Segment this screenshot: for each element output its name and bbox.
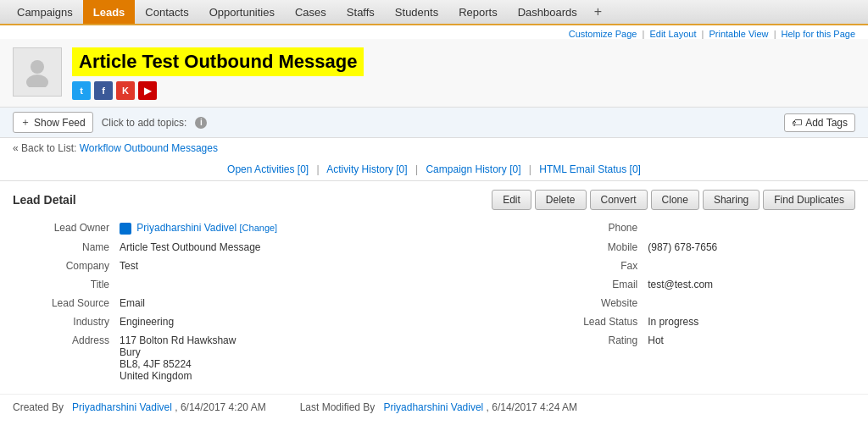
svg-point-1: [26, 75, 48, 87]
html-email-status-link[interactable]: HTML Email Status [0]: [539, 163, 641, 175]
clone-button[interactable]: Clone: [651, 190, 699, 210]
show-feed-label: Show Feed: [34, 117, 86, 129]
modified-by-label: Last Modified By: [300, 401, 376, 413]
address-line3: BL8, 4JF 85224: [120, 358, 561, 370]
address-line2: Bury: [120, 346, 561, 358]
website-label: Website: [566, 294, 643, 312]
nav-leads[interactable]: Leads: [83, 0, 136, 24]
section-header: Lead Detail Edit Delete Convert Clone Sh…: [13, 190, 855, 210]
address-label: Address: [13, 331, 114, 385]
record-title: Article Test Outbound Message: [72, 47, 364, 76]
industry-label: Industry: [13, 312, 114, 331]
nav-students[interactable]: Students: [385, 0, 448, 24]
help-link[interactable]: Help for this Page: [782, 29, 855, 39]
youtube-icon[interactable]: ▶: [138, 81, 157, 100]
phone-label: Phone: [566, 218, 643, 238]
company-label: Company: [13, 257, 114, 275]
edit-layout-link[interactable]: Edit Layout: [649, 29, 696, 39]
address-line4: United Kingdom: [120, 370, 561, 382]
toolbar-row: ＋ Show Feed Click to add topics: i 🏷 Add…: [0, 108, 868, 138]
activities-row: Open Activities [0] | Activity History […: [0, 158, 868, 181]
top-nav: Campaigns Leads Contacts Opportunities C…: [0, 0, 868, 25]
mobile-value: (987) 678-7656: [643, 238, 855, 257]
created-by: Created By Priyadharshini Vadivel , 6/14…: [13, 401, 266, 413]
back-label: « Back to List:: [13, 142, 76, 154]
facebook-icon[interactable]: f: [94, 81, 113, 100]
printable-view-link[interactable]: Printable View: [709, 29, 768, 39]
website-value: [643, 294, 855, 312]
lead-detail-section: Lead Detail Edit Delete Convert Clone Sh…: [0, 181, 868, 394]
table-row: Name Article Test Outbound Message Mobil…: [13, 238, 855, 257]
name-label: Name: [13, 238, 114, 257]
activity-history-link[interactable]: Activity History [0]: [326, 163, 407, 175]
table-row: Industry Engineering Lead Status In prog…: [13, 312, 855, 331]
title-value: [114, 275, 566, 294]
nav-campaigns[interactable]: Campaigns: [7, 0, 83, 24]
campaign-history-link[interactable]: Campaign History [0]: [426, 163, 520, 175]
show-feed-button[interactable]: ＋ Show Feed: [13, 112, 93, 133]
nav-staffs[interactable]: Staffs: [337, 0, 385, 24]
nav-opportunities[interactable]: Opportunities: [199, 0, 285, 24]
lead-owner-value: Priyadharshini Vadivel [Change]: [114, 218, 566, 238]
find-duplicates-button[interactable]: Find Duplicates: [763, 190, 855, 210]
owner-icon: [120, 223, 131, 235]
company-value: Test: [114, 257, 566, 275]
nav-dashboards[interactable]: Dashboards: [508, 0, 587, 24]
twitter-icon[interactable]: t: [72, 81, 91, 100]
lead-source-value: Email: [114, 294, 566, 312]
sharing-button[interactable]: Sharing: [703, 190, 760, 210]
table-row: Company Test Fax: [13, 257, 855, 275]
edit-button[interactable]: Edit: [492, 190, 531, 210]
top-right-links: Customize Page | Edit Layout | Printable…: [0, 25, 868, 39]
created-by-link[interactable]: Priyadharshini Vadivel: [72, 401, 172, 413]
add-tags-label: Add Tags: [805, 117, 848, 129]
phone-value: [643, 218, 855, 238]
click-topics-label: Click to add topics:: [102, 117, 187, 129]
info-icon[interactable]: i: [195, 117, 207, 129]
mobile-label: Mobile: [566, 238, 643, 257]
lead-status-label: Lead Status: [566, 312, 643, 331]
convert-button[interactable]: Convert: [590, 190, 648, 210]
nav-cases[interactable]: Cases: [285, 0, 337, 24]
nav-reports[interactable]: Reports: [448, 0, 508, 24]
change-owner-link[interactable]: [Change]: [240, 223, 278, 233]
tag-icon: 🏷: [792, 117, 802, 129]
industry-value: Engineering: [114, 312, 566, 331]
table-row: Lead Source Email Website: [13, 294, 855, 312]
modified-by: Last Modified By Priyadharshini Vadivel …: [300, 401, 577, 413]
klout-icon[interactable]: K: [116, 81, 135, 100]
created-by-label: Created By: [13, 401, 64, 413]
table-row: Address 117 Bolton Rd Hawkshaw Bury BL8,…: [13, 331, 855, 385]
header-area: Article Test Outbound Message t f K ▶: [0, 39, 868, 108]
action-buttons: Edit Delete Convert Clone Sharing Find D…: [492, 190, 855, 210]
nav-contacts[interactable]: Contacts: [135, 0, 198, 24]
delete-button[interactable]: Delete: [535, 190, 587, 210]
modified-by-link[interactable]: Priyadharshini Vadivel: [383, 401, 483, 413]
title-label: Title: [13, 275, 114, 294]
detail-table: Lead Owner Priyadharshini Vadivel [Chang…: [13, 218, 855, 385]
lead-owner-link[interactable]: Priyadharshini Vadivel: [136, 222, 236, 234]
fax-label: Fax: [566, 257, 643, 275]
breadcrumb-link[interactable]: Workflow Outbound Messages: [80, 142, 218, 154]
created-date: , 6/14/2017 4:20 AM: [175, 401, 265, 413]
email-link[interactable]: test@test.com: [648, 279, 713, 290]
address-line1: 117 Bolton Rd Hawkshaw: [120, 334, 561, 346]
footer-row: Created By Priyadharshini Vadivel , 6/14…: [0, 394, 868, 420]
breadcrumb: « Back to List: Workflow Outbound Messag…: [0, 138, 868, 158]
customize-page-link[interactable]: Customize Page: [569, 29, 637, 39]
lead-source-label: Lead Source: [13, 294, 114, 312]
address-value: 117 Bolton Rd Hawkshaw Bury BL8, 4JF 852…: [114, 331, 566, 385]
rating-value: Hot: [643, 331, 855, 385]
section-title: Lead Detail: [13, 193, 76, 207]
table-row: Lead Owner Priyadharshini Vadivel [Chang…: [13, 218, 855, 238]
svg-point-0: [31, 60, 44, 74]
add-tags-button[interactable]: 🏷 Add Tags: [784, 113, 855, 132]
name-value: Article Test Outbound Message: [114, 238, 566, 257]
nav-plus[interactable]: +: [587, 4, 609, 19]
open-activities-link[interactable]: Open Activities [0]: [227, 163, 309, 175]
lead-owner-label: Lead Owner: [13, 218, 114, 238]
email-value: test@test.com: [643, 275, 855, 294]
social-icons: t f K ▶: [72, 81, 364, 100]
rating-label: Rating: [566, 331, 643, 385]
show-feed-icon: ＋: [20, 115, 31, 130]
